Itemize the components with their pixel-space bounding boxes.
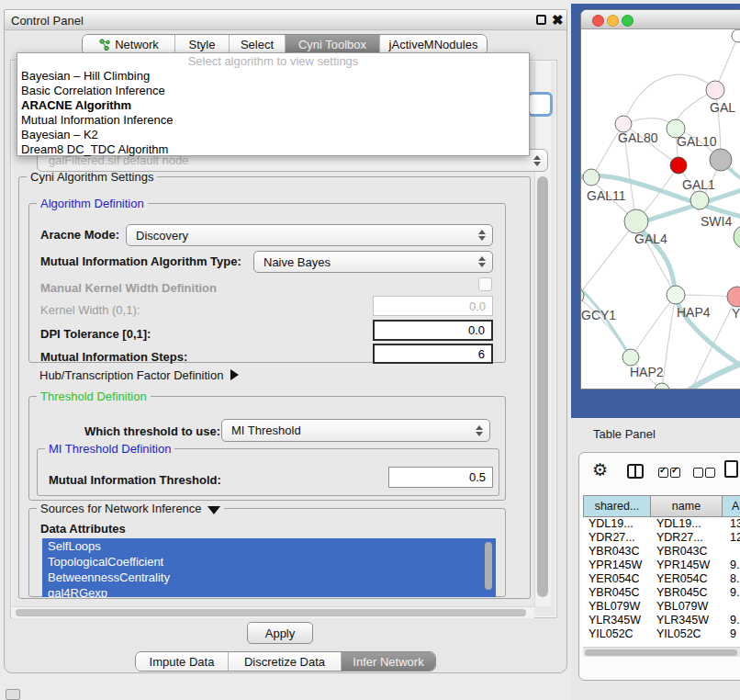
- which-threshold-label: Which threshold to use:: [84, 424, 220, 438]
- deselect-all-checkbox-icon[interactable]: [693, 468, 703, 478]
- algorithm-dropdown-list: Select algorithm to view settings Bayesi…: [17, 52, 530, 156]
- network-canvas[interactable]: GAL GAL80 GAL10 GAL1 SWI4 GAL11 GAL4 GCY…: [581, 29, 740, 390]
- mi-threshold-label: Mutual Information Threshold:: [49, 473, 221, 487]
- dropdown-item-selected[interactable]: ARACNE Algorithm: [17, 98, 529, 113]
- dropdown-item[interactable]: Mutual Information Inference: [17, 113, 529, 128]
- export-table-icon[interactable]: [724, 460, 738, 478]
- vertical-scrollbar-thumb[interactable]: [537, 176, 548, 597]
- list-item[interactable]: gal4RGexp: [42, 585, 496, 597]
- table-row[interactable]: YIL052CYIL052C9: [583, 627, 740, 641]
- columns-icon[interactable]: [627, 464, 644, 479]
- hub-definition-label: Hub/Transcription Factor Definition: [39, 368, 223, 382]
- mi-steps-field[interactable]: 6: [373, 344, 493, 364]
- screen: { "titlebar": {"title": "Control Panel",…: [0, 0, 740, 700]
- network-node-gal11[interactable]: [583, 169, 600, 186]
- dropdown-item[interactable]: Dream8 DC_TDC Algorithm: [17, 142, 529, 157]
- data-attributes-label: Data Attributes: [40, 522, 126, 536]
- horizontal-scrollbar[interactable]: [12, 606, 534, 618]
- tab-jactivemnodules[interactable]: jActiveMNodules: [380, 35, 487, 54]
- table-row[interactable]: YBL079WYBL079W: [583, 600, 740, 614]
- sources-title: Sources for Network Inference: [37, 502, 224, 515]
- table-row[interactable]: YBR045CYBR045C9.: [583, 586, 740, 600]
- table-panel-box: ⚙ shared... name A YDL19...YDL19...13 YD…: [578, 452, 740, 681]
- expander-arrow-icon[interactable]: [230, 369, 239, 380]
- svg-text:GAL11: GAL11: [587, 188, 626, 203]
- svg-text:GAL1: GAL1: [682, 177, 715, 192]
- select-all-checkbox2-icon[interactable]: [670, 468, 680, 478]
- tab-discretize-data[interactable]: Discretize Data: [229, 652, 342, 671]
- table-row[interactable]: YDR27...YDR27...12: [583, 531, 740, 545]
- network-node-gray[interactable]: [710, 149, 732, 171]
- cyni-mode-tabs: Impute Data Discretize Data Infer Networ…: [135, 651, 436, 672]
- network-window-titlebar[interactable]: [581, 10, 740, 29]
- tab-infer-network[interactable]: Infer Network: [342, 652, 435, 671]
- manual-kernel-width-label: Manual Kernel Width Definition: [40, 281, 217, 295]
- table-row[interactable]: YLR345WYLR345W9.: [583, 614, 740, 627]
- mi-threshold-field[interactable]: 0.5: [388, 467, 493, 488]
- dropdown-item[interactable]: Basic Correlation Inference: [17, 84, 529, 98]
- close-icon[interactable]: ✖: [552, 12, 564, 28]
- network-node-gal1-selected[interactable]: [670, 157, 687, 174]
- mi-steps-label: Mutual Information Steps:: [40, 350, 187, 364]
- svg-text:Y: Y: [732, 306, 740, 321]
- apply-button[interactable]: Apply: [247, 622, 313, 644]
- deselect-all-checkbox2-icon[interactable]: [705, 468, 715, 478]
- hub-definition-expander[interactable]: Hub/Transcription Factor Definition: [39, 367, 239, 383]
- gear-icon[interactable]: ⚙: [592, 460, 608, 480]
- network-node-hap4[interactable]: [667, 286, 685, 304]
- dropdown-prompt: Select algorithm to view settings: [17, 53, 529, 69]
- spinner-icon: [476, 425, 483, 436]
- column-header-a[interactable]: A: [722, 495, 740, 517]
- tab-cyni-toolbox[interactable]: Cyni Toolbox: [286, 35, 380, 54]
- dpi-tolerance-field[interactable]: 0.0: [373, 320, 493, 341]
- table-row[interactable]: YPR145WYPR145W9.: [583, 559, 740, 572]
- dropdown-item[interactable]: Bayesian – K2: [17, 128, 529, 142]
- tab-network[interactable]: Network: [83, 35, 175, 54]
- table-hscroll-thumb[interactable]: [585, 649, 737, 656]
- table-row[interactable]: YER054CYER054C8.: [583, 572, 740, 586]
- list-item[interactable]: TopologicalCoefficient: [42, 554, 496, 570]
- svg-text:GAL10: GAL10: [677, 134, 717, 149]
- network-node-gal4[interactable]: [624, 209, 648, 233]
- minimized-panel-icon[interactable]: [6, 689, 20, 700]
- table-row[interactable]: YDL19...YDL19...13: [583, 517, 740, 531]
- tab-style[interactable]: Style: [175, 35, 230, 54]
- mi-algorithm-type-select[interactable]: Naive Bayes: [253, 251, 493, 273]
- close-traffic-light-icon[interactable]: [592, 15, 604, 27]
- which-threshold-select[interactable]: MI Threshold: [221, 419, 490, 442]
- dropdown-item[interactable]: Bayesian – Hill Climbing: [17, 69, 529, 84]
- horizontal-scrollbar-thumb[interactable]: [16, 609, 526, 616]
- table-row[interactable]: YBR043CYBR043C: [583, 545, 740, 559]
- list-item[interactable]: SelfLoops: [42, 538, 496, 554]
- vertical-scrollbar[interactable]: [534, 62, 551, 606]
- list-scrollbar-thumb[interactable]: [485, 542, 492, 590]
- minimize-traffic-light-icon[interactable]: [607, 15, 619, 27]
- kernel-width-field[interactable]: 0.0: [373, 296, 493, 316]
- column-header-shared[interactable]: shared...: [583, 495, 651, 517]
- table-horizontal-scrollbar[interactable]: [583, 647, 740, 657]
- column-header-name[interactable]: name: [650, 495, 723, 517]
- network-node-hap2[interactable]: [622, 349, 639, 366]
- tab-impute-data[interactable]: Impute Data: [136, 652, 229, 671]
- cyni-algorithm-settings-title: Cyni Algorithm Settings: [27, 170, 157, 184]
- tab-select[interactable]: Select: [230, 35, 286, 54]
- network-tab-icon: [98, 39, 110, 51]
- list-item[interactable]: BetweennessCentrality: [42, 570, 496, 585]
- control-panel-title: Control Panel: [11, 14, 84, 28]
- network-node-gal[interactable]: [706, 81, 724, 99]
- inference-algorithm-select-focused[interactable]: [527, 92, 553, 117]
- control-panel-titlebar[interactable]: Control Panel ✖: [5, 10, 566, 30]
- network-window[interactable]: GAL GAL80 GAL10 GAL1 SWI4 GAL11 GAL4 GCY…: [580, 9, 740, 390]
- network-node-gal1[interactable]: [690, 191, 709, 209]
- manual-kernel-width-checkbox[interactable]: [478, 277, 492, 291]
- collapse-arrow-icon[interactable]: [207, 506, 220, 514]
- threshold-definition-group: Threshold Definition Which threshold to …: [28, 396, 506, 501]
- float-window-icon[interactable]: [536, 15, 546, 25]
- svg-text:GCY1: GCY1: [581, 308, 616, 322]
- zoom-traffic-light-icon[interactable]: [622, 15, 633, 27]
- data-attributes-list[interactable]: SelfLoops TopologicalCoefficient Between…: [42, 538, 496, 597]
- aracne-mode-select[interactable]: Discovery: [126, 224, 493, 246]
- select-all-checkbox-icon[interactable]: [658, 468, 668, 478]
- svg-text:HAP4: HAP4: [677, 305, 711, 320]
- network-node-top[interactable]: [732, 29, 740, 42]
